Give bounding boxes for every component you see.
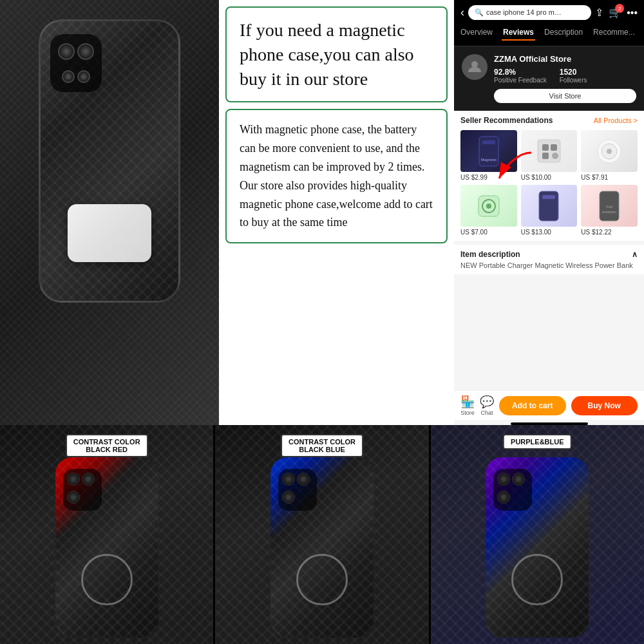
variant-phone-body-3 — [486, 457, 589, 638]
product-image-container — [0, 0, 219, 425]
seller-info: ZZMA Official Store 92.8% Positive Feedb… — [454, 46, 644, 111]
variant-camera-2 — [278, 469, 317, 511]
rec-product-1[interactable]: Magnetic US $2.99 — [460, 130, 517, 181]
item-desc-title: Item description — [460, 250, 520, 259]
svg-rect-5 — [542, 144, 549, 151]
chat-button[interactable]: 💬 Chat — [480, 395, 494, 416]
camera-lens-1 — [58, 43, 75, 60]
cart-button[interactable]: 🛒 2 — [609, 6, 621, 19]
recs-grid: Magnetic US $2.99 — [460, 130, 638, 236]
variant-phone-3 — [486, 457, 589, 638]
variant-phone-body-2 — [270, 457, 374, 638]
svg-text:Full: Full — [606, 205, 612, 209]
bottom-action-bar: 🏪 Store 💬 Chat Add to cart Buy Now — [454, 390, 644, 420]
variant-panel-2: CONTRAST COLOR BLACK BLUE — [215, 425, 430, 644]
text-box-2: With magnetic phone case, the battery ca… — [225, 109, 448, 243]
item-description: Item description ∧ NEW Portable Charger … — [454, 245, 644, 274]
search-input-box[interactable]: 🔍 case iphone 14 pro max🔍 — [468, 5, 591, 20]
text-box-1: If you need a magnetic phone case,you ca… — [225, 6, 448, 102]
vcam-lens-3a — [497, 473, 510, 486]
search-actions: ⇪ 🛒 2 ••• — [595, 6, 638, 19]
vcam-lens-1c — [67, 491, 80, 504]
variant-camera-1 — [63, 469, 102, 511]
positive-feedback-label: Positive Feedback — [494, 77, 547, 84]
variant-label-1: CONTRAST COLOR BLACK RED — [66, 434, 148, 457]
panel2-text: With magnetic phone case, the battery ca… — [240, 120, 433, 232]
variant-panel-1: CONTRAST COLOR BLACK RED — [0, 425, 215, 644]
visit-store-button[interactable]: Visit Store — [494, 89, 636, 103]
vcam-lens-1a — [67, 473, 80, 486]
rec-product-5-image — [521, 185, 578, 227]
positive-feedback-value: 92.8% — [494, 68, 547, 77]
phone-outline — [39, 19, 180, 303]
rec-product-6[interactable]: Full protection US $12.22 — [581, 185, 638, 236]
store-button[interactable]: 🏪 Store — [460, 395, 475, 416]
panel1-text: If you need a magnetic phone case,you ca… — [240, 18, 433, 91]
tab-overview[interactable]: Overview — [459, 25, 494, 41]
back-button[interactable]: ‹ — [460, 6, 464, 19]
variant-panel-3: PURPLE&BLUE — [431, 425, 644, 644]
camera-lens-3 — [62, 70, 75, 83]
followers-value: 1520 — [560, 68, 587, 77]
vcam-lens-2c — [282, 491, 295, 504]
svg-rect-4 — [538, 140, 560, 162]
add-to-cart-button[interactable]: Add to cart — [499, 396, 566, 415]
text-panels: If you need a magnetic phone case,you ca… — [219, 0, 454, 425]
rec-product-5[interactable]: US $13.00 — [521, 185, 578, 236]
product-1-icon: Magnetic — [460, 130, 517, 172]
tab-recommend[interactable]: Recomme... — [592, 25, 636, 41]
recs-header: Seller Recommendations All Products > — [460, 116, 638, 125]
chat-icon: 💬 — [480, 395, 494, 409]
variant-1-label-line2: BLACK RED — [86, 446, 128, 453]
rec-product-4-image — [460, 185, 517, 227]
vcam-lens-1b — [82, 473, 95, 486]
svg-text:Magnetic: Magnetic — [481, 158, 497, 162]
product-3-icon — [581, 130, 638, 172]
followers-stat: 1520 Followers — [560, 68, 587, 84]
magsafe-ring-2 — [296, 554, 348, 605]
positive-feedback-stat: 92.8% Positive Feedback — [494, 68, 547, 84]
svg-rect-7 — [542, 153, 549, 159]
product-image — [0, 0, 219, 425]
tab-description[interactable]: Description — [543, 25, 584, 41]
magsafe-ring-1 — [81, 554, 133, 605]
search-query: case iphone 14 pro max🔍 — [486, 8, 564, 17]
all-products-link[interactable]: All Products > — [594, 117, 638, 124]
rec-product-1-image: Magnetic — [460, 130, 517, 172]
vcam-lens-2a — [282, 473, 295, 486]
rec-product-4[interactable]: US $7.00 — [460, 185, 517, 236]
followers-label: Followers — [560, 77, 587, 84]
share-icon[interactable]: ⇪ — [595, 6, 603, 19]
rec-product-2[interactable]: US $10.00 — [521, 130, 578, 181]
seller-details: ZZMA Official Store 92.8% Positive Feedb… — [494, 54, 636, 103]
search-bar: ‹ 🔍 case iphone 14 pro max🔍 ⇪ 🛒 2 ••• — [454, 0, 644, 25]
tab-reviews[interactable]: Reviews — [502, 25, 535, 41]
camera-lens-4 — [77, 70, 90, 83]
product-6-icon: Full protection — [581, 185, 638, 227]
rec-product-6-image: Full protection — [581, 185, 638, 227]
variant-2-label-line1: CONTRAST COLOR — [289, 438, 355, 446]
seller-name: ZZMA Official Store — [494, 54, 636, 64]
battery-pack — [68, 204, 151, 262]
buy-now-button[interactable]: Buy Now — [571, 396, 638, 415]
item-desc-header: Item description ∧ — [460, 250, 638, 259]
camera-module — [50, 34, 102, 92]
more-icon[interactable]: ••• — [627, 7, 638, 19]
variant-bg-2: CONTRAST COLOR BLACK BLUE — [215, 425, 428, 644]
vcam-lens-2b — [297, 473, 310, 486]
rec-product-5-price: US $13.00 — [521, 229, 578, 236]
svg-rect-6 — [551, 144, 557, 151]
rec-product-3-price: US $7.91 — [581, 174, 638, 181]
variant-phone-2 — [270, 457, 374, 638]
seller-avatar — [462, 54, 488, 80]
cart-badge: 2 — [615, 4, 624, 13]
item-desc-text: NEW Portable Charger Magnetic Wireless P… — [460, 261, 638, 269]
vcam-lens-3c — [497, 491, 510, 504]
nav-tabs: Overview Reviews Description Recomme... — [454, 25, 644, 46]
rec-product-3[interactable]: US $7.91 — [581, 130, 638, 181]
chat-label: Chat — [480, 410, 493, 416]
seller-recommendations: Seller Recommendations All Products > — [454, 111, 644, 241]
svg-point-0 — [471, 61, 478, 68]
item-desc-chevron: ∧ — [632, 250, 638, 259]
store-label: Store — [460, 410, 475, 416]
